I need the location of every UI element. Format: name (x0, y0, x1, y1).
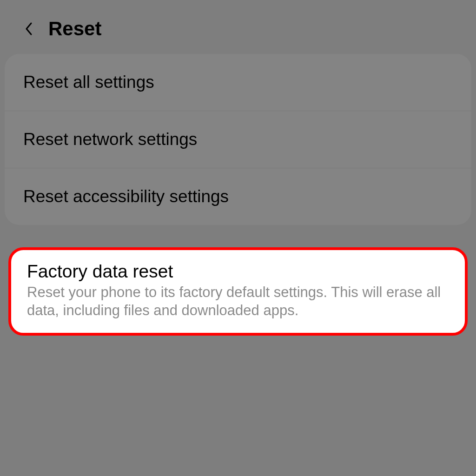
factory-reset-title: Factory data reset (27, 261, 449, 282)
list-item-label: Reset accessibility settings (23, 187, 453, 206)
header-bar: Reset (0, 0, 476, 54)
factory-reset-description: Reset your phone to its factory default … (27, 284, 449, 320)
back-button[interactable] (23, 23, 34, 34)
list-item-label: Reset all settings (23, 73, 453, 92)
chevron-left-icon (25, 22, 33, 36)
reset-accessibility-settings-item[interactable]: Reset accessibility settings (5, 168, 471, 225)
factory-data-reset-item[interactable]: Factory data reset Reset your phone to i… (8, 247, 468, 336)
reset-network-settings-item[interactable]: Reset network settings (5, 111, 471, 168)
list-item-label: Reset network settings (23, 130, 453, 149)
page-title: Reset (48, 18, 101, 40)
reset-options-group: Reset all settings Reset network setting… (5, 54, 471, 225)
reset-all-settings-item[interactable]: Reset all settings (5, 54, 471, 111)
